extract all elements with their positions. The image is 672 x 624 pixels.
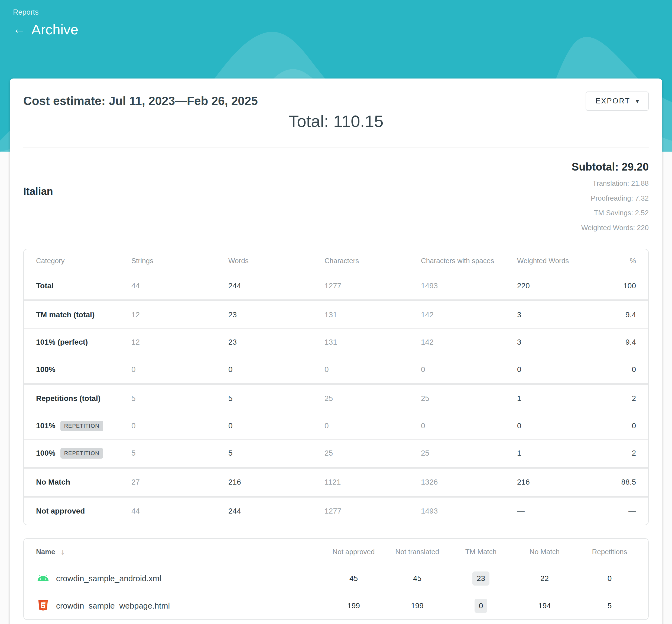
- row-category-label: 101%: [36, 421, 55, 430]
- html5-icon: [36, 599, 50, 613]
- table-row-tm-match-total: TM match (total) 12 23 131 142 3 9.4: [24, 301, 648, 329]
- breadcrumb[interactable]: Reports: [13, 8, 659, 17]
- col-header-percent: %: [595, 257, 636, 265]
- file-name-cell[interactable]: crowdin_sample_webpage.html: [36, 599, 322, 613]
- row-category: Not approved: [36, 507, 131, 516]
- row-category: 100%: [36, 365, 131, 374]
- cell-strings: 0: [131, 421, 228, 430]
- files-table: Name ↓ Not approved Not translated TM Ma…: [23, 538, 649, 620]
- cell-strings: 44: [131, 282, 228, 290]
- row-category-label: 100%: [36, 449, 55, 458]
- repetition-badge: REPETITION: [60, 421, 103, 431]
- cell-characters-with-spaces: 142: [421, 338, 517, 346]
- language-summary: Italian Subtotal: 29.20 Translation: 21.…: [23, 161, 649, 232]
- table-row-101-repetition: 101% REPETITION 0 0 0 0 0 0: [24, 412, 648, 439]
- page-title: Archive: [31, 21, 78, 37]
- repetition-badge: REPETITION: [60, 448, 103, 459]
- cell-words: 5: [228, 449, 324, 458]
- col-header-category: Category: [36, 257, 131, 265]
- cell-percent: 88.5: [595, 478, 636, 487]
- back-arrow-icon[interactable]: ←: [13, 23, 25, 35]
- col-header-name-label: Name: [36, 548, 55, 556]
- table-row-not-approved: Not approved 44 244 1277 1493 — —: [24, 498, 648, 525]
- cell-weighted-words: 0: [517, 365, 595, 374]
- cell-not-approved: 45: [322, 574, 385, 583]
- section-divider: [23, 148, 649, 148]
- col-header-not-translated[interactable]: Not translated: [385, 548, 449, 556]
- tm-match-badge: 0: [475, 599, 488, 613]
- cell-characters: 0: [324, 365, 421, 374]
- cell-not-translated: 199: [385, 601, 449, 610]
- row-category: 100% REPETITION: [36, 448, 131, 459]
- col-header-characters: Characters: [324, 257, 421, 265]
- cell-strings: 12: [131, 338, 228, 346]
- export-button[interactable]: EXPORT ▾: [586, 92, 649, 111]
- cell-weighted-words: 1: [517, 449, 595, 458]
- cell-weighted-words: —: [517, 507, 595, 516]
- cell-words: 0: [228, 421, 324, 430]
- cell-weighted-words: 220: [517, 282, 595, 290]
- cell-repetitions: 5: [576, 601, 643, 610]
- cell-percent: 9.4: [595, 311, 636, 319]
- cell-weighted-words: 216: [517, 478, 595, 487]
- col-header-tm-match[interactable]: TM Match: [449, 548, 513, 556]
- cell-characters-with-spaces: 0: [421, 365, 517, 374]
- breakdown-proofreading: Proofreading: 7.32: [572, 194, 649, 203]
- file-name: crowdin_sample_android.xml: [56, 574, 161, 583]
- col-header-no-match[interactable]: No Match: [513, 548, 576, 556]
- cell-weighted-words: 3: [517, 338, 595, 346]
- cell-percent: 2: [595, 394, 636, 403]
- language-name: Italian: [23, 186, 53, 232]
- cell-no-match: 194: [513, 601, 576, 610]
- col-header-repetitions[interactable]: Repetitions: [576, 548, 643, 556]
- cell-characters-with-spaces: 1326: [421, 478, 517, 487]
- cell-characters-with-spaces: 142: [421, 311, 517, 319]
- cell-words: 0: [228, 365, 324, 374]
- group-divider: [24, 300, 648, 301]
- file-row-webpage[interactable]: crowdin_sample_webpage.html 199 199 0 19…: [24, 592, 648, 619]
- col-header-characters-with-spaces: Characters with spaces: [421, 257, 517, 265]
- sort-desc-icon: ↓: [61, 547, 65, 556]
- cell-strings: 0: [131, 365, 228, 374]
- cell-percent: 100: [595, 282, 636, 290]
- cell-weighted-words: 1: [517, 394, 595, 403]
- report-total: Total: 110.15: [23, 111, 649, 131]
- cell-not-approved: 199: [322, 601, 385, 610]
- col-header-strings: Strings: [131, 257, 228, 265]
- chevron-down-icon: ▾: [636, 98, 639, 105]
- cell-words: 23: [228, 338, 324, 346]
- cell-repetitions: 0: [576, 574, 643, 583]
- cell-percent: 0: [595, 421, 636, 430]
- tm-match-badge: 23: [472, 571, 490, 586]
- col-header-words: Words: [228, 257, 324, 265]
- row-category: 101% REPETITION: [36, 421, 131, 431]
- breakdown-tm-savings: TM Savings: 2.52: [572, 208, 649, 217]
- cell-weighted-words: 3: [517, 311, 595, 319]
- cell-characters-with-spaces: 25: [421, 394, 517, 403]
- file-name-cell[interactable]: crowdin_sample_android.xml: [36, 571, 322, 586]
- row-category: TM match (total): [36, 311, 131, 319]
- report-card: Cost estimate: Jul 11, 2023—Feb 26, 2025…: [10, 79, 662, 624]
- cell-percent: —: [595, 507, 636, 516]
- cell-characters: 25: [324, 394, 421, 403]
- subtotal: Subtotal: 29.20: [572, 161, 649, 173]
- table-row-101-perfect: 101% (perfect) 12 23 131 142 3 9.4: [24, 329, 648, 356]
- cell-strings: 12: [131, 311, 228, 319]
- cell-characters-with-spaces: 1493: [421, 282, 517, 290]
- cell-words: 23: [228, 311, 324, 319]
- cell-characters: 131: [324, 311, 421, 319]
- cell-characters: 25: [324, 449, 421, 458]
- table-row-repetitions-total: Repetitions (total) 5 5 25 25 1 2: [24, 385, 648, 412]
- cell-characters: 1277: [324, 507, 421, 516]
- cell-words: 5: [228, 394, 324, 403]
- subtotal-block: Subtotal: 29.20 Translation: 21.88 Proof…: [572, 161, 649, 232]
- breakdown-translation: Translation: 21.88: [572, 179, 649, 188]
- file-row-android[interactable]: crowdin_sample_android.xml 45 45 23 22 0: [24, 565, 648, 592]
- col-header-weighted-words: Weighted Words: [517, 257, 595, 265]
- col-header-name[interactable]: Name ↓: [36, 547, 322, 556]
- cell-strings: 5: [131, 394, 228, 403]
- cell-tm-match: 23: [449, 571, 513, 586]
- breakdown-weighted-words: Weighted Words: 220: [572, 223, 649, 232]
- col-header-not-approved[interactable]: Not approved: [322, 548, 385, 556]
- export-button-label: EXPORT: [595, 97, 630, 105]
